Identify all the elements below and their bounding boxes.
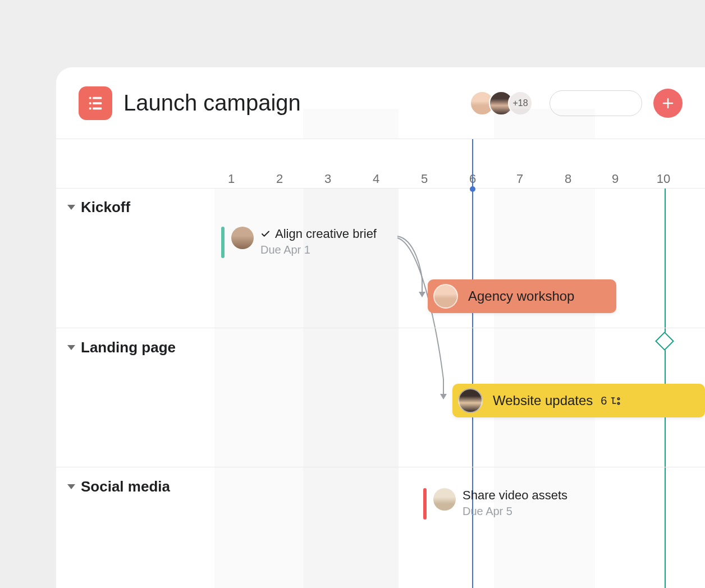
task-due-label: Due Apr 5 — [463, 505, 567, 518]
today-indicator — [472, 139, 473, 588]
section-title: Social media — [81, 478, 170, 495]
task-title: Share video assets — [463, 488, 567, 503]
svg-marker-7 — [440, 394, 447, 399]
app-window: Launch campaign +18 1 2 3 4 5 6 7 8 — [56, 67, 705, 588]
date-tick: 4 — [373, 172, 379, 186]
section-title: Kickoff — [81, 199, 130, 216]
assignee-avatar[interactable] — [433, 284, 458, 309]
assignee-avatar[interactable] — [231, 227, 254, 249]
task-due-label: Due Apr 1 — [260, 244, 377, 256]
date-tick: 7 — [516, 172, 523, 186]
timeline-date-axis: 1 2 3 4 5 6 7 8 9 10 — [56, 139, 705, 189]
date-tick: 10 — [657, 172, 670, 186]
svg-rect-4 — [89, 107, 91, 109]
subtask-count: 6 — [601, 394, 621, 407]
task-title: Agency workshop — [468, 288, 574, 304]
milestone-diamond-icon[interactable] — [655, 332, 674, 351]
date-tick: 1 — [228, 172, 235, 186]
date-tick: 9 — [612, 172, 619, 186]
svg-rect-2 — [89, 102, 91, 104]
task-status-pill — [221, 227, 225, 258]
project-icon — [79, 86, 112, 120]
subtask-icon — [610, 396, 621, 406]
task-share-video-assets[interactable]: Share video assets Due Apr 5 — [423, 488, 567, 520]
list-icon — [87, 95, 104, 112]
svg-rect-3 — [93, 102, 102, 104]
project-title: Launch campaign — [123, 90, 301, 116]
task-title: Align creative brief — [275, 227, 377, 241]
svg-rect-5 — [93, 107, 102, 109]
task-title: Website updates — [493, 393, 593, 408]
task-status-pill — [423, 488, 427, 520]
check-icon — [260, 229, 271, 239]
task-website-updates[interactable]: Website updates 6 — [452, 384, 705, 417]
svg-marker-6 — [419, 292, 425, 297]
task-agency-workshop[interactable]: Agency workshop — [428, 279, 616, 313]
plus-icon — [661, 97, 675, 110]
chevron-down-icon — [67, 205, 75, 210]
assignee-avatar[interactable] — [458, 388, 483, 413]
section-header-landing-page[interactable]: Landing page — [67, 339, 176, 356]
date-tick: 2 — [276, 172, 283, 186]
assignee-avatar[interactable] — [433, 488, 456, 511]
section-title: Landing page — [81, 339, 176, 356]
chevron-down-icon — [67, 345, 75, 350]
timeline-view: 1 2 3 4 5 6 7 8 9 10 — [56, 139, 705, 588]
date-tick: 8 — [565, 172, 571, 186]
svg-rect-0 — [89, 97, 91, 99]
date-tick: 3 — [324, 172, 331, 186]
svg-rect-1 — [93, 97, 102, 99]
date-tick: 5 — [421, 172, 428, 186]
section-divider — [56, 467, 705, 467]
task-align-creative-brief[interactable]: Align creative brief Due Apr 1 — [221, 227, 377, 258]
add-task-button[interactable] — [653, 89, 683, 118]
timeline-chart[interactable]: Kickoff Align creative brief Due Apr 1 — [56, 189, 705, 588]
chevron-down-icon — [67, 484, 75, 489]
section-divider — [56, 328, 705, 328]
section-header-kickoff[interactable]: Kickoff — [67, 199, 130, 216]
section-header-social-media[interactable]: Social media — [67, 478, 170, 495]
